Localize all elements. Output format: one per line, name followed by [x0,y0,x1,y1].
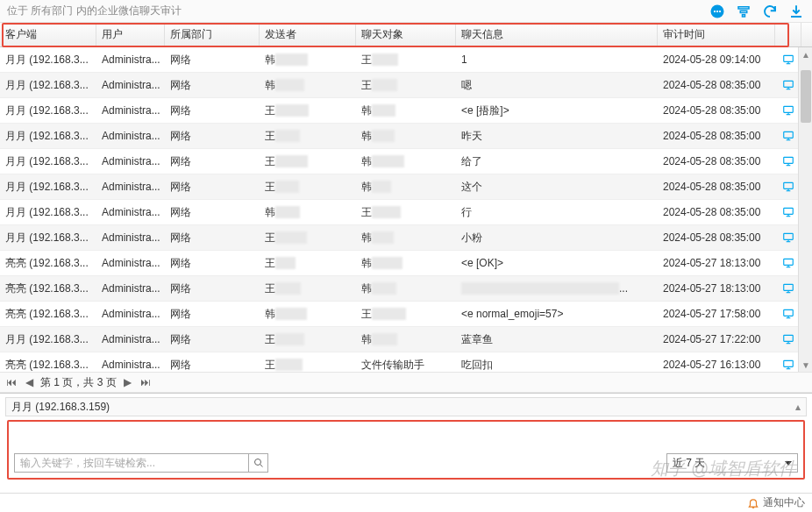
scroll-up-icon[interactable]: ▲ [799,47,812,61]
bell-icon [747,497,759,509]
search-row: 近 7 天 [14,453,798,473]
cell-sender: 王 [260,124,356,148]
table-row[interactable]: 月月 (192.168.3...Administra...网络韩王嗯2024-0… [0,73,812,98]
collapse-up-icon[interactable]: ▴ [795,401,801,413]
cell-msg: 吃回扣 [456,352,658,372]
cell-partner: 韩 [356,149,456,174]
cell-dept: 网络 [165,98,260,123]
table-row[interactable]: 月月 (192.168.3...Administra...网络韩王行2024-0… [0,200,812,225]
table-body: 月月 (192.168.3...Administra...网络韩王12024-0… [0,47,812,372]
cell-sender: 韩 [260,47,356,72]
cell-msg: <e [OK]> [456,251,658,275]
search-input[interactable] [14,453,249,473]
cell-client: 月月 (192.168.3... [0,149,96,174]
cell-client: 月月 (192.168.3... [0,124,96,148]
pager-next-icon[interactable]: ▶ [122,376,134,388]
cell-msg: 蓝章鱼 [456,327,658,352]
table-row[interactable]: 月月 (192.168.3...Administra...网络王韩给了2024-… [0,149,812,174]
svg-rect-16 [784,132,794,138]
pager-first-icon[interactable]: ⏮ [5,376,18,388]
cell-partner: 韩 [356,174,456,199]
cell-time: 2024-05-28 08:35:00 [658,225,775,250]
cell-user: Administra... [96,352,165,372]
table-row[interactable]: 亮亮 (192.168.3...Administra...网络王文件传输助手吃回… [0,352,812,372]
cell-client: 月月 (192.168.3... [0,73,96,97]
controls-highlight: 近 7 天 [7,420,805,480]
chat-bubble-icon[interactable] [709,3,726,20]
cell-msg: 1 [456,47,658,72]
cell-client: 月月 (192.168.3... [0,98,96,123]
table-row[interactable]: 月月 (192.168.3...Administra...网络王韩<e [捂脸]… [0,98,812,124]
th-client[interactable]: 客户端 [0,23,96,46]
table-row[interactable]: 亮亮 (192.168.3...Administra...网络王韩<e [OK]… [0,251,812,276]
cell-time: 2024-05-28 08:35:00 [658,98,775,123]
table-row[interactable]: 亮亮 (192.168.3...Administra...网络韩王<e norm… [0,302,812,327]
th-msg[interactable]: 聊天信息 [456,23,658,46]
svg-rect-7 [784,55,794,61]
footer: 通知中心 [0,493,812,512]
filter-icon[interactable] [735,3,752,20]
scrollbar-thumb[interactable] [801,70,811,123]
table-row[interactable]: 月月 (192.168.3...Administra...网络王韩小粉2024-… [0,225,812,251]
cell-client: 月月 (192.168.3... [0,225,96,250]
table-row[interactable]: 月月 (192.168.3...Administra...网络王韩蓝章鱼2024… [0,327,812,352]
header-bar: 位于 所有部门 内的企业微信聊天审计 [0,0,812,23]
date-filter-dropdown[interactable]: 近 7 天 [666,453,798,473]
scrollbar[interactable]: ▲ ▼ [798,47,812,372]
th-sender[interactable]: 发送者 [260,23,356,46]
cell-sender: 王 [260,98,356,123]
table-row[interactable]: 月月 (192.168.3...Administra...网络王韩昨天2024-… [0,124,812,149]
svg-rect-34 [784,284,794,290]
cell-time: 2024-05-28 08:35:00 [658,174,775,199]
date-filter-label: 近 7 天 [673,456,705,471]
th-dept[interactable]: 所属部门 [165,23,260,46]
cell-time: 2024-05-28 08:35:00 [658,200,775,224]
pager-prev-icon[interactable]: ◀ [23,376,35,388]
cell-client: 月月 (192.168.3... [0,174,96,199]
svg-rect-40 [784,335,794,341]
table-header-row: 客户端 用户 所属部门 发送者 聊天对象 聊天信息 审计时间 [0,23,812,47]
page-title: 位于 所有部门 内的企业微信聊天审计 [7,4,182,18]
scroll-down-icon[interactable]: ▼ [799,358,812,372]
cell-sender: 王 [260,174,356,199]
svg-rect-6 [743,14,745,16]
cell-dept: 网络 [165,302,260,326]
cell-partner: 韩 [356,276,456,301]
svg-point-46 [254,459,260,466]
cell-dept: 网络 [165,47,260,72]
pager-text: 第 1 页，共 3 页 [40,375,117,390]
cell-time: 2024-05-28 08:35:00 [658,149,775,174]
cell-dept: 网络 [165,352,260,372]
svg-rect-19 [784,157,794,163]
svg-point-2 [716,10,718,11]
cell-user: Administra... [96,47,165,72]
th-partner[interactable]: 聊天对象 [356,23,456,46]
th-time[interactable]: 审计时间 [658,23,775,46]
table-row[interactable]: 月月 (192.168.3...Administra...网络韩王12024-0… [0,47,812,73]
search-icon[interactable] [249,453,268,473]
cell-dept: 网络 [165,124,260,148]
table-row[interactable]: 亮亮 (192.168.3...Administra...网络王韩 ...202… [0,276,812,302]
cell-user: Administra... [96,73,165,97]
table-row[interactable]: 月月 (192.168.3...Administra...网络王韩这个2024-… [0,174,812,200]
cell-partner: 韩 [356,124,456,148]
cell-dept: 网络 [165,149,260,174]
refresh-icon[interactable] [761,3,779,20]
cell-user: Administra... [96,327,165,352]
cell-partner: 韩 [356,225,456,250]
cell-msg: 行 [456,200,658,224]
cell-partner: 韩 [356,327,456,352]
notify-label: 通知中心 [763,495,805,510]
svg-line-47 [260,465,262,467]
th-user[interactable]: 用户 [96,23,165,46]
pager-last-icon[interactable]: ⏭ [139,376,152,388]
cell-dept: 网络 [165,327,260,352]
detail-title-bar[interactable]: 月月 (192.168.3.159) ▴ [5,397,807,416]
cell-user: Administra... [96,251,165,275]
download-icon[interactable] [787,3,805,20]
notification-center[interactable]: 通知中心 [747,495,805,510]
cell-user: Administra... [96,225,165,250]
detail-title-text: 月月 (192.168.3.159) [11,400,110,415]
svg-rect-37 [784,309,794,316]
cell-time: 2024-05-27 17:22:00 [658,327,775,352]
